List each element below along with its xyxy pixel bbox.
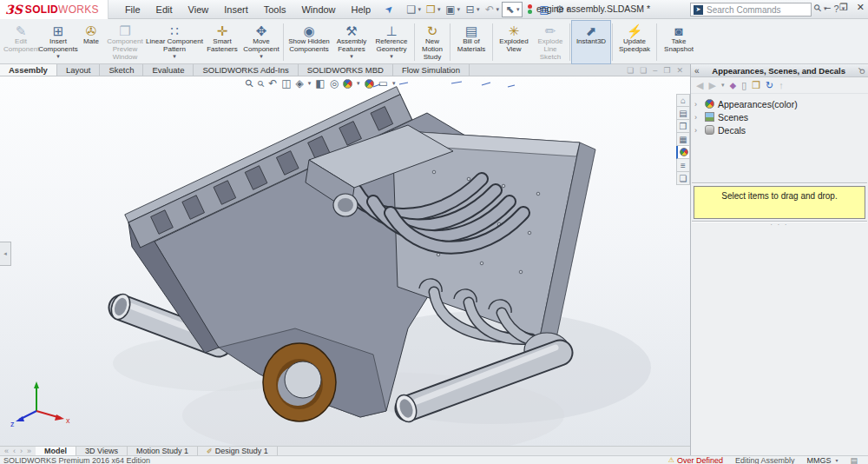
show-hidden-components-button[interactable]: ◉Show Hidden Components: [286, 21, 332, 63]
tab-solidworks-mbd[interactable]: SOLIDWORKS MBD: [299, 64, 393, 76]
graphics-viewport[interactable]: ⚲ ⚲ ↶ ◫ ◈ ▾ ◧ ◎ ▾ ▭ ▾ ◂: [0, 76, 690, 446]
undo-button[interactable]: ↶▾: [482, 3, 501, 17]
tab-3d-views[interactable]: 3D Views: [76, 447, 128, 455]
resources-home-button[interactable]: ⌂: [676, 94, 690, 107]
tree-item-scenes[interactable]: › Scenes: [694, 110, 868, 123]
forward-icon[interactable]: ▶: [708, 80, 715, 91]
view-settings-icon[interactable]: ▭: [378, 77, 388, 89]
tab-motion-study-1[interactable]: Motion Study 1: [128, 447, 198, 455]
expander-icon[interactable]: ›: [694, 100, 701, 109]
history-caret-icon[interactable]: ▾: [721, 82, 725, 89]
tab-design-study-1[interactable]: ✐Design Study 1: [198, 447, 278, 455]
expander-icon[interactable]: ›: [694, 126, 701, 135]
menu-tools[interactable]: Tools: [256, 2, 294, 17]
button-label: Assembly Features: [332, 38, 371, 54]
previous-view-icon[interactable]: ↶: [268, 77, 277, 89]
edit-appearance-icon[interactable]: [343, 79, 352, 89]
first-tab-icon[interactable]: «: [3, 447, 10, 455]
file-explorer-button[interactable]: ❒: [676, 120, 690, 133]
menu-pin-icon[interactable]: ➤: [383, 3, 397, 17]
new-document-button[interactable]: ❑▾: [404, 3, 423, 17]
mate-button[interactable]: ✇Mate: [78, 21, 104, 63]
exploded-view-button[interactable]: ✳Exploded View: [495, 21, 533, 63]
component-preview-window-button[interactable]: ❐Component Preview Window: [104, 21, 146, 63]
doc-minimize-button[interactable]: –: [653, 66, 657, 75]
bill-of-materials-button[interactable]: ▤Bill of Materials: [452, 21, 490, 63]
hide-show-items-icon[interactable]: ◎: [330, 77, 339, 89]
doc-next-icon[interactable]: ❏: [640, 66, 647, 75]
select-tool-button[interactable]: ⬉▾: [502, 2, 523, 17]
selection-filter-button[interactable]: [523, 3, 536, 15]
dropdown-caret-icon[interactable]: ▾: [357, 80, 360, 87]
tab-sketch[interactable]: Sketch: [100, 64, 143, 76]
move-component-button[interactable]: ✥Move Component▾: [241, 21, 281, 63]
smart-fasteners-button[interactable]: ✛Smart Fasteners: [203, 21, 241, 63]
new-motion-study-button[interactable]: ↻New Motion Study: [417, 21, 448, 63]
search-commands-box[interactable]: ➤ Search Commands: [690, 3, 812, 17]
menu-view[interactable]: View: [181, 2, 217, 17]
expander-icon[interactable]: ›: [694, 113, 701, 122]
last-tab-icon[interactable]: »: [25, 447, 33, 455]
close-button[interactable]: ✕: [857, 2, 865, 13]
move-up-icon[interactable]: ↑: [779, 80, 784, 90]
minimize-button[interactable]: –: [825, 2, 831, 13]
design-library-button[interactable]: ▤: [676, 107, 690, 120]
menu-help[interactable]: Help: [344, 2, 379, 17]
search-magnifier-icon[interactable]: ⚲: [812, 2, 825, 15]
units-selector[interactable]: MMGS ▾: [806, 456, 838, 464]
forum-button[interactable]: ❏: [676, 172, 690, 185]
refresh-icon[interactable]: ↻: [766, 80, 773, 91]
tab-layout[interactable]: Layout: [57, 64, 101, 76]
reference-geometry-button[interactable]: ⊥Reference Geometry▾: [371, 21, 412, 63]
tree-item-appearances[interactable]: › Appearances(color): [694, 97, 868, 110]
restore-button[interactable]: ❐: [839, 2, 848, 13]
dropdown-caret-icon[interactable]: ▾: [308, 80, 312, 87]
menu-edit[interactable]: Edit: [148, 2, 181, 17]
edit-component-button[interactable]: ✎Edit Component: [3, 21, 38, 63]
back-icon[interactable]: ◀: [696, 80, 703, 91]
doc-close-button[interactable]: ✕: [676, 66, 683, 75]
menu-insert[interactable]: Insert: [216, 2, 256, 17]
menu-window[interactable]: Window: [293, 2, 343, 17]
doc-prev-icon[interactable]: ❏: [627, 66, 634, 75]
component-preview-window-icon: ❐: [119, 23, 130, 38]
apply-appearance-icon[interactable]: ⬥: [729, 80, 736, 91]
status-sheet-icon[interactable]: ▤: [850, 456, 858, 464]
instant3d-button[interactable]: ⬈Instant3D: [572, 21, 610, 63]
search-input[interactable]: Search Commands: [707, 5, 808, 15]
view-orientation-icon[interactable]: ◈: [296, 77, 304, 89]
open-document-button[interactable]: ❒▾: [424, 3, 443, 17]
engine-assembly-model[interactable]: [0, 76, 690, 446]
doc-restore-button[interactable]: ❐: [663, 66, 670, 75]
apply-scene-icon[interactable]: [365, 79, 374, 89]
insert-components-button[interactable]: ⊞Insert Components▾: [38, 21, 78, 63]
display-style-icon[interactable]: ◧: [315, 77, 325, 89]
linear-component-pattern-button[interactable]: ∷Linear Component Pattern▾: [146, 21, 203, 63]
tab-solidworks-add-ins[interactable]: SOLIDWORKS Add-Ins: [194, 64, 298, 76]
section-view-icon[interactable]: ◫: [281, 77, 291, 89]
dropdown-caret-icon[interactable]: ▾: [392, 80, 396, 87]
update-speedpak-button[interactable]: ⚡Update Speedpak: [615, 21, 654, 63]
explode-line-sketch-button[interactable]: ✏Explode Line Sketch: [533, 21, 568, 63]
custom-properties-button[interactable]: ≡: [676, 159, 690, 172]
delete-icon[interactable]: ▯: [741, 80, 746, 91]
tab-flow-simulation[interactable]: Flow Simulation: [393, 64, 470, 76]
menu-file[interactable]: File: [117, 2, 148, 17]
assembly-features-button[interactable]: ⚒Assembly Features▾: [332, 21, 371, 63]
prev-tab-icon[interactable]: ‹: [11, 447, 17, 455]
tab-evaluate[interactable]: Evaluate: [143, 64, 194, 76]
appearances-scenes-button[interactable]: [676, 146, 690, 159]
view-palette-button[interactable]: ▦: [676, 133, 690, 146]
print-button[interactable]: ⊟▾: [463, 3, 482, 17]
pane-splitter-handle[interactable]: · · ·: [691, 222, 868, 229]
tree-item-decals[interactable]: › Decals: [694, 123, 868, 136]
tab-model[interactable]: Model: [36, 447, 76, 455]
take-snapshot-button[interactable]: ◙Take Snapshot: [659, 21, 699, 63]
button-label: Update Speedpak: [615, 38, 654, 54]
save-button[interactable]: ▣▾: [443, 3, 462, 17]
zoom-area-icon[interactable]: ⚲: [255, 78, 266, 89]
tab-assembly[interactable]: Assembly: [0, 64, 57, 76]
open-file-icon[interactable]: ❒: [752, 80, 760, 91]
heads-up-view-toolbar: ⚲ ⚲ ↶ ◫ ◈ ▾ ◧ ◎ ▾ ▭ ▾: [246, 77, 395, 89]
next-tab-icon[interactable]: ›: [18, 447, 24, 455]
